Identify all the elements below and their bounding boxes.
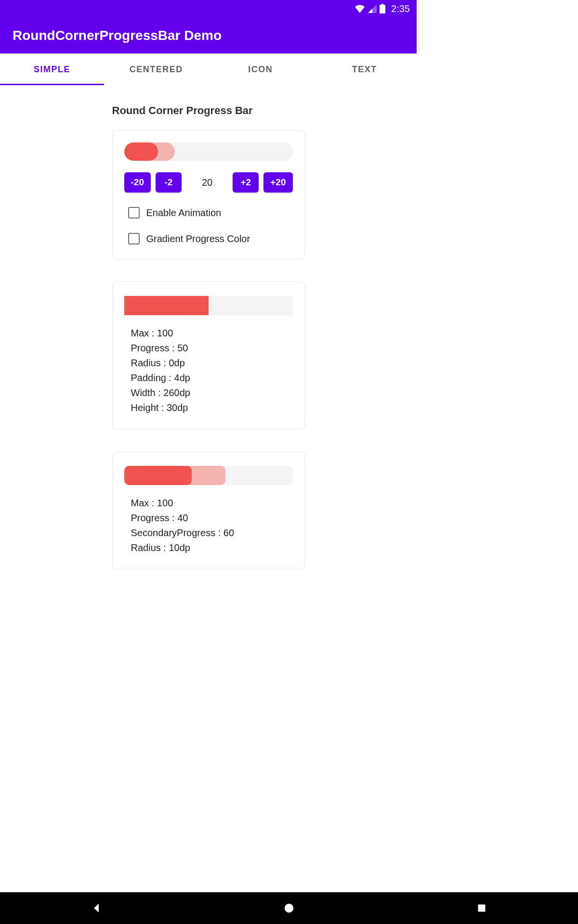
progress-bar-3 [124,466,293,485]
status-time: 2:35 [391,3,410,14]
info-row: Width : 260dp [131,387,286,398]
demo-card-3: Max : 100 Progress : 40 SecondaryProgres… [112,451,305,569]
info-row: Progress : 40 [131,513,286,524]
status-bar: 2:35 [0,0,417,17]
content-area: Round Corner Progress Bar -20 -2 20 +2 +… [0,85,417,569]
button-row: -20 -2 20 +2 +20 [124,172,293,192]
tab-simple[interactable]: SIMPLE [0,54,104,85]
info-row: Padding : 4dp [131,372,286,384]
progress-bar-2 [124,296,293,315]
decrement-2-button[interactable]: -2 [156,172,182,192]
wifi-icon [355,4,365,13]
info-row: Height : 30dp [131,402,286,413]
increment-2-button[interactable]: +2 [233,172,259,192]
enable-animation-label: Enable Animation [146,207,222,218]
info-list-3: Max : 100 Progress : 40 SecondaryProgres… [124,498,293,553]
demo-card-interactive: -20 -2 20 +2 +20 Enable Animation Gradie… [112,130,305,259]
info-list-2: Max : 100 Progress : 50 Radius : 0dp Pad… [124,328,293,413]
cellular-icon [368,4,377,13]
increment-20-button[interactable]: +20 [263,172,292,192]
info-row: Radius : 10dp [131,542,286,553]
progress-value-text: 20 [186,177,228,188]
enable-animation-checkbox[interactable] [128,207,140,218]
demo-card-2: Max : 100 Progress : 50 Radius : 0dp Pad… [112,282,305,429]
svg-rect-0 [380,5,385,13]
section-title: Round Corner Progress Bar [112,104,305,117]
info-row: SecondaryProgress : 60 [131,527,286,539]
progress-fill-1 [124,142,158,161]
progress-bar-1 [124,142,293,161]
tab-centered[interactable]: CENTERED [104,54,208,85]
info-row: Progress : 50 [131,343,286,354]
svg-rect-1 [381,4,383,5]
tab-icon[interactable]: ICON [209,54,313,85]
gradient-row: Gradient Progress Color [128,233,289,244]
progress-fill-2 [124,296,209,315]
info-row: Max : 100 [131,328,286,339]
progress-fill-3 [124,466,192,485]
decrement-20-button[interactable]: -20 [124,172,151,192]
app-title: RoundCornerProgressBar Demo [13,28,222,43]
battery-icon [380,4,385,13]
tab-bar: SIMPLE CENTERED ICON TEXT [0,54,417,85]
gradient-label: Gradient Progress Color [146,233,250,244]
info-row: Radius : 0dp [131,358,286,369]
gradient-checkbox[interactable] [128,233,140,244]
tab-text[interactable]: TEXT [313,54,417,85]
enable-animation-row: Enable Animation [128,207,289,218]
app-bar: RoundCornerProgressBar Demo [0,17,417,53]
info-row: Max : 100 [131,498,286,509]
